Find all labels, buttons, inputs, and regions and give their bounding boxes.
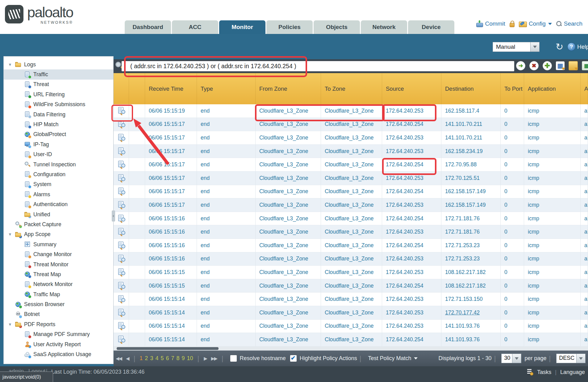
per-page-select[interactable]: 30 bbox=[501, 354, 521, 363]
sidebar-item-manage-pdf-summary[interactable]: Manage PDF Summary bbox=[4, 330, 113, 339]
tab-dashboard[interactable]: Dashboard bbox=[125, 20, 171, 34]
prev-page-button[interactable]: ◀ bbox=[126, 356, 129, 361]
table-row[interactable]: 06/06 15:15:17endCloudflare_L3_ZoneCloud… bbox=[114, 185, 588, 199]
column-header-type[interactable]: Type bbox=[197, 73, 256, 104]
sidebar-item-summary[interactable]: Summary bbox=[4, 239, 113, 249]
table-row[interactable]: 06/06 15:15:17endCloudflare_L3_ZoneCloud… bbox=[114, 198, 588, 212]
sidebar-item-packet-capture[interactable]: Packet Capture bbox=[4, 219, 113, 229]
page-number-9[interactable]: 9 bbox=[181, 355, 185, 362]
sidebar-item-globalprotect[interactable]: GlobalProtect bbox=[4, 130, 113, 139]
log-detail-icon[interactable] bbox=[118, 174, 126, 182]
log-detail-icon[interactable] bbox=[118, 161, 126, 168]
log-detail-icon[interactable] bbox=[118, 322, 126, 330]
highlight-policy-checkbox[interactable] bbox=[290, 355, 297, 362]
page-number-6[interactable]: 6 bbox=[166, 355, 169, 362]
cell-detail[interactable] bbox=[114, 320, 129, 333]
cell-detail[interactable] bbox=[114, 266, 129, 279]
log-detail-icon[interactable] bbox=[118, 255, 126, 263]
add-filter-icon[interactable]: ✚ bbox=[543, 61, 552, 70]
scrollbar-thumb[interactable] bbox=[117, 347, 219, 350]
cell-detail[interactable] bbox=[114, 239, 129, 252]
refresh-icon[interactable]: ↻ bbox=[556, 42, 563, 52]
sidebar-item-system[interactable]: System bbox=[4, 180, 113, 189]
filter-input[interactable] bbox=[122, 61, 514, 71]
cell-detail[interactable] bbox=[114, 212, 129, 225]
log-detail-icon[interactable] bbox=[118, 147, 126, 155]
log-detail-icon[interactable] bbox=[118, 201, 126, 209]
log-detail-icon[interactable] bbox=[118, 215, 126, 222]
page-number-2[interactable]: 2 bbox=[145, 355, 148, 362]
page-number-10[interactable]: 10 bbox=[187, 355, 193, 362]
table-row[interactable]: 06/06 15:15:15endCloudflare_L3_ZoneCloud… bbox=[114, 266, 588, 279]
table-row[interactable]: 06/06 15:15:16endCloudflare_L3_ZoneCloud… bbox=[114, 225, 588, 239]
load-filter-icon[interactable] bbox=[569, 61, 578, 70]
log-detail-icon[interactable] bbox=[118, 268, 126, 276]
sidebar-item-user-activity-report[interactable]: User Activity Report bbox=[4, 339, 113, 349]
page-number-4[interactable]: 4 bbox=[155, 355, 158, 362]
first-page-button[interactable]: ◀◀ bbox=[116, 356, 122, 361]
sidebar-item-ip-tag[interactable]: IP-Tag bbox=[4, 139, 113, 149]
sidebar-item-configuration[interactable]: Configuration bbox=[4, 169, 113, 179]
language-button[interactable]: Language bbox=[560, 369, 585, 376]
sidebar-item-threat-monitor[interactable]: Threat Monitor bbox=[4, 260, 113, 269]
page-number-3[interactable]: 3 bbox=[150, 355, 153, 362]
resolve-hostname-checkbox[interactable] bbox=[230, 355, 237, 362]
table-row[interactable]: 06/06 15:15:19endCloudflare_L3_ZoneCloud… bbox=[114, 104, 588, 118]
sidebar-item-hip-match[interactable]: HIP Match bbox=[4, 119, 113, 129]
sidebar-item-authentication[interactable]: Authentication bbox=[4, 199, 113, 209]
tab-objects[interactable]: Objects bbox=[314, 20, 360, 34]
tree-expander-icon[interactable]: ▼ bbox=[8, 322, 15, 327]
log-detail-icon[interactable] bbox=[118, 309, 126, 317]
sidebar-collapse-handle[interactable]: ‹ bbox=[112, 210, 115, 222]
column-header-to_zone[interactable]: To Zone bbox=[321, 73, 382, 104]
table-row[interactable]: 06/06 15:15:17endCloudflare_L3_ZoneCloud… bbox=[114, 158, 588, 172]
lock-icon[interactable] bbox=[509, 20, 515, 27]
log-detail-icon[interactable] bbox=[118, 120, 126, 128]
sidebar-item-app-scope[interactable]: ▼App Scope bbox=[4, 230, 113, 239]
sidebar-item-session-browser[interactable]: Session Browser bbox=[4, 299, 113, 309]
tab-device[interactable]: Device bbox=[408, 20, 454, 34]
table-row[interactable]: 06/06 15:15:17endCloudflare_L3_ZoneCloud… bbox=[114, 131, 588, 145]
sidebar-item-traffic-map[interactable]: Traffic Map bbox=[4, 289, 113, 299]
table-row[interactable]: 06/06 15:15:17endCloudflare_L3_ZoneCloud… bbox=[114, 118, 588, 131]
cell-detail[interactable] bbox=[114, 172, 129, 185]
filter-builder-icon[interactable]: ▦ bbox=[556, 61, 565, 70]
sidebar-item-url-filtering[interactable]: URL Filtering bbox=[4, 89, 113, 99]
cell-detail[interactable] bbox=[114, 333, 129, 346]
cell-detail[interactable] bbox=[114, 145, 129, 158]
table-row[interactable]: 06/06 15:15:16endCloudflare_L3_ZoneCloud… bbox=[114, 252, 588, 266]
page-number-7[interactable]: 7 bbox=[171, 355, 174, 362]
sidebar-item-change-monitor[interactable]: Change Monitor bbox=[4, 249, 113, 259]
cell-detail[interactable] bbox=[114, 306, 129, 319]
table-row[interactable]: 06/06 15:15:14endCloudflare_L3_ZoneCloud… bbox=[114, 333, 588, 347]
sidebar-item-wildfire-submissions[interactable]: WildFire Submissions bbox=[4, 100, 113, 110]
sidebar-item-user-id[interactable]: User-ID bbox=[4, 150, 113, 160]
column-header-action[interactable]: Action bbox=[581, 73, 588, 104]
table-row[interactable]: 06/06 15:15:14endCloudflare_L3_ZoneCloud… bbox=[114, 306, 588, 320]
config-button[interactable]: Config bbox=[519, 20, 552, 27]
page-number-5[interactable]: 5 bbox=[161, 355, 164, 362]
log-detail-icon[interactable] bbox=[118, 134, 126, 142]
column-header-application[interactable]: Application bbox=[524, 73, 581, 104]
table-row[interactable]: 06/06 15:15:17endCloudflare_L3_ZoneCloud… bbox=[114, 172, 588, 185]
sidebar-item-alarms[interactable]: Alarms bbox=[4, 189, 113, 199]
horizontal-scrollbar[interactable] bbox=[114, 347, 588, 351]
column-header-source[interactable]: Source bbox=[382, 73, 441, 104]
update-mode-dropdown-button[interactable] bbox=[530, 42, 539, 52]
apply-filter-icon[interactable]: ➜ bbox=[516, 61, 525, 70]
sidebar-item-threat[interactable]: Threat bbox=[4, 80, 113, 89]
log-detail-icon[interactable] bbox=[118, 188, 126, 195]
help-button[interactable]: ? Help bbox=[567, 43, 588, 51]
sidebar-item-traffic[interactable]: Traffic bbox=[4, 69, 113, 79]
test-policy-match-dropdown[interactable]: Test Policy Match bbox=[368, 355, 417, 362]
sidebar-item-data-filtering[interactable]: Data Filtering bbox=[4, 110, 113, 119]
export-icon[interactable]: ▦ bbox=[582, 61, 588, 70]
sidebar-item-tunnel-inspection[interactable]: Tunnel Inspection bbox=[4, 160, 113, 169]
column-header-spacer[interactable] bbox=[129, 73, 145, 104]
table-row[interactable]: 06/06 15:15:16endCloudflare_L3_ZoneCloud… bbox=[114, 239, 588, 252]
log-detail-icon[interactable] bbox=[118, 228, 126, 236]
sidebar-item-unified[interactable]: Unified bbox=[4, 210, 113, 219]
table-row[interactable]: 06/06 15:15:16endCloudflare_L3_ZoneCloud… bbox=[114, 212, 588, 226]
tab-policies[interactable]: Policies bbox=[266, 20, 313, 34]
cell-detail[interactable] bbox=[114, 293, 129, 306]
